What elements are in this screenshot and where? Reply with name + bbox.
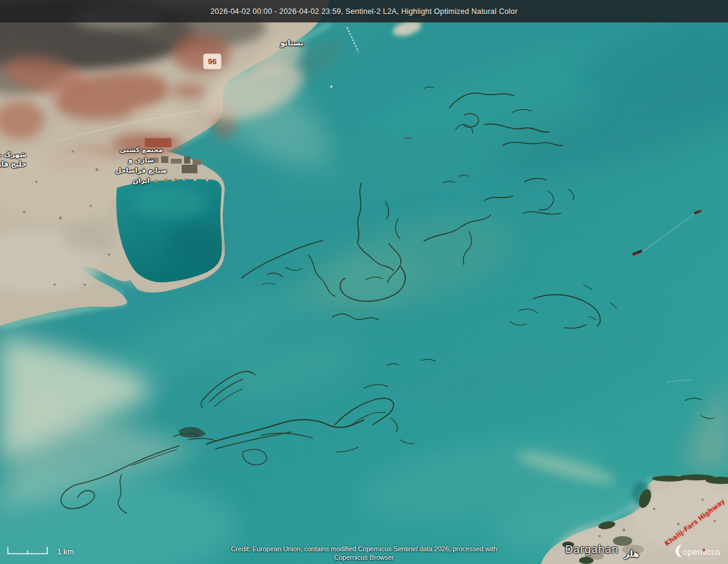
attribution-credit: Credit: European Union, contains modifie… — [0, 545, 728, 562]
harbor-basin — [116, 173, 222, 282]
place-label-bostanu: بستانو — [266, 39, 317, 47]
place-label-left-edge: شهرک صنعتی خلیج فارس — [0, 150, 27, 169]
satellite-imagery — [0, 0, 728, 564]
road-shield-96: 96 — [204, 55, 220, 68]
place-label-industrial-complex: مجتمع کشتی سازی و صنایع فراساحل ایران — [111, 145, 171, 186]
satellite-map-canvas[interactable]: 2026-04-02 00:00 - 2026-04-02 23:59, Sen… — [0, 0, 728, 564]
timestamp-layer-bar: 2026-04-02 00:00 - 2026-04-02 23:59, Sen… — [0, 0, 728, 22]
layer-title: 2026-04-02 00:00 - 2026-04-02 23:59, Sen… — [210, 7, 517, 16]
